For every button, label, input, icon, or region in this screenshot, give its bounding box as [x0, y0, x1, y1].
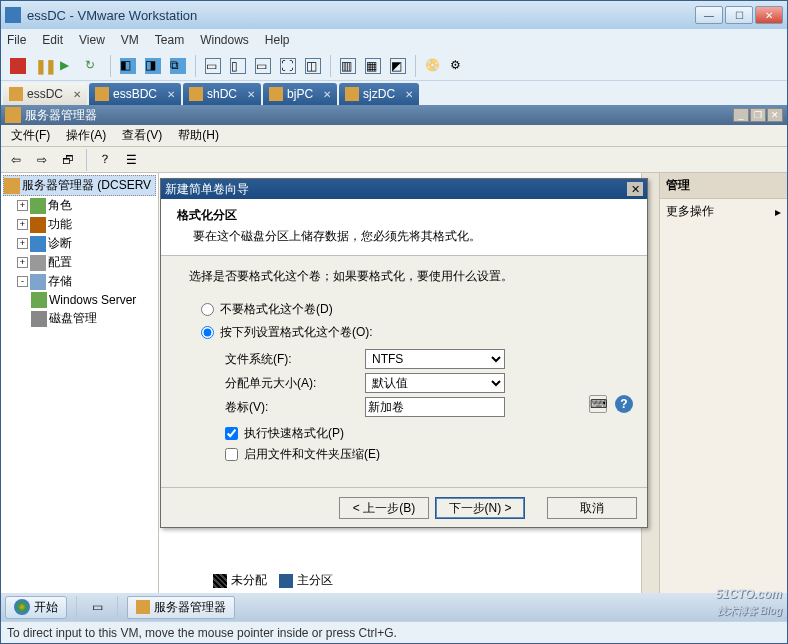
tree-label: Windows Server [49, 293, 136, 307]
keyboard-icon[interactable]: ⌨ [589, 395, 607, 413]
summary-button[interactable]: ▯ [227, 55, 249, 77]
more-actions[interactable]: 更多操作 ▸ [660, 199, 787, 224]
sm-menu-action[interactable]: 操作(A) [60, 125, 112, 146]
back-button[interactable]: < 上一步(B) [339, 497, 429, 519]
vm-tab-bjpc[interactable]: bjPC ✕ [263, 83, 337, 105]
vm-tab-shdc[interactable]: shDC ✕ [183, 83, 261, 105]
show-console-button[interactable]: ▭ [202, 55, 224, 77]
vm-tab-essdc[interactable]: essDC ✕ [3, 83, 87, 105]
menu-team[interactable]: Team [155, 33, 184, 47]
checkbox-label: 执行快速格式化(P) [244, 425, 344, 442]
forward-button[interactable]: ⇨ [31, 149, 53, 171]
expand-icon[interactable]: + [17, 238, 28, 249]
expand-icon[interactable]: + [17, 200, 28, 211]
minimize-button[interactable]: — [695, 6, 723, 24]
next-button[interactable]: 下一步(N) > [435, 497, 525, 519]
thumbnail-button[interactable]: ▦ [362, 55, 384, 77]
wizard-close-button[interactable]: ✕ [627, 182, 643, 196]
storage-icon [30, 274, 46, 290]
sidebar-button[interactable]: ▥ [337, 55, 359, 77]
tree-root-label: 服务器管理器 (DCSERV [22, 177, 151, 194]
back-button[interactable]: ⇦ [5, 149, 27, 171]
tab-close-icon[interactable]: ✕ [323, 89, 331, 100]
radio-no-format[interactable]: 不要格式化这个卷(D) [201, 301, 619, 318]
tree-diskmgmt[interactable]: 磁盘管理 [3, 309, 156, 328]
help-button[interactable]: ？ [94, 149, 116, 171]
tab-close-icon[interactable]: ✕ [405, 89, 413, 100]
collapse-icon[interactable]: - [17, 276, 28, 287]
vm-icon [269, 87, 283, 101]
radio-format-input[interactable] [201, 326, 214, 339]
compression-checkbox[interactable]: 启用文件和文件夹压缩(E) [225, 446, 619, 463]
expand-icon[interactable]: + [17, 219, 28, 230]
show-desktop-button[interactable]: ▭ [86, 596, 108, 618]
start-button[interactable]: 开始 [5, 596, 67, 619]
guest-minimize-button[interactable]: _ [733, 108, 749, 122]
taskbar-app-icon [136, 600, 150, 614]
menu-view[interactable]: View [79, 33, 105, 47]
vm-tab-sjzdc[interactable]: sjzDC ✕ [339, 83, 419, 105]
radio-format[interactable]: 按下列设置格式化这个卷(O): [201, 324, 619, 341]
disk-legend: 未分配 主分区 [213, 572, 333, 589]
vm-tab-essbdc[interactable]: essBDC ✕ [89, 83, 181, 105]
vmware-icon [5, 7, 21, 23]
menu-windows[interactable]: Windows [200, 33, 249, 47]
tree-storage[interactable]: -存储 [3, 272, 156, 291]
tree-diagnostics[interactable]: +诊断 [3, 234, 156, 253]
taskbar-server-manager[interactable]: 服务器管理器 [127, 596, 235, 619]
menu-file[interactable]: File [7, 33, 26, 47]
manage-snapshot-button[interactable]: ⧉ [167, 55, 189, 77]
chevron-right-icon: ▸ [775, 205, 781, 219]
tree-roles[interactable]: +角色 [3, 196, 156, 215]
fullscreen-button[interactable]: ⛶ [277, 55, 299, 77]
volume-label-input[interactable] [365, 397, 505, 417]
menu-vm[interactable]: VM [121, 33, 139, 47]
actions-panel: 管理 更多操作 ▸ [659, 173, 787, 593]
sm-menu-help[interactable]: 帮助(H) [172, 125, 225, 146]
tab-close-icon[interactable]: ✕ [73, 89, 81, 100]
refresh-button[interactable]: 🗗 [57, 149, 79, 171]
tree-root[interactable]: 服务器管理器 (DCSERV [3, 175, 156, 196]
allocation-select[interactable]: 默认值 [365, 373, 505, 393]
quick-format-checkbox[interactable]: 执行快速格式化(P) [225, 425, 619, 442]
revert-button[interactable]: ◨ [142, 55, 164, 77]
menu-help[interactable]: Help [265, 33, 290, 47]
tree-features[interactable]: +功能 [3, 215, 156, 234]
guest-close-button[interactable]: ✕ [767, 108, 783, 122]
help-icon[interactable]: ? [615, 395, 633, 413]
reset-button[interactable]: ↻ [82, 55, 104, 77]
favorites-button[interactable]: ◩ [387, 55, 409, 77]
poweroff-button[interactable] [7, 55, 29, 77]
vm-icon [9, 87, 23, 101]
tree-config[interactable]: +配置 [3, 253, 156, 272]
legend-unallocated: 未分配 [213, 572, 267, 589]
snapshot-button[interactable]: ◧ [117, 55, 139, 77]
guest-taskbar: 开始 ▭ 服务器管理器 [1, 593, 787, 621]
actions-header: 管理 [660, 173, 787, 199]
expand-icon[interactable]: + [17, 257, 28, 268]
properties-button[interactable]: ☰ [120, 149, 142, 171]
cancel-button[interactable]: 取消 [547, 497, 637, 519]
compression-input[interactable] [225, 448, 238, 461]
roles-icon [30, 198, 46, 214]
menu-edit[interactable]: Edit [42, 33, 63, 47]
tab-close-icon[interactable]: ✕ [167, 89, 175, 100]
tree-wsb[interactable]: Windows Server [3, 291, 156, 309]
filesystem-select[interactable]: NTFS [365, 349, 505, 369]
suspend-button[interactable]: ❚❚ [32, 55, 54, 77]
capture-button[interactable]: 📀 [422, 55, 444, 77]
network-button[interactable]: ⚙ [447, 55, 469, 77]
close-button[interactable]: ✕ [755, 6, 783, 24]
disk-icon [31, 311, 47, 327]
quick-format-input[interactable] [225, 427, 238, 440]
tab-close-icon[interactable]: ✕ [247, 89, 255, 100]
maximize-button[interactable]: ☐ [725, 6, 753, 24]
new-volume-wizard: 新建简单卷向导 ✕ 格式化分区 要在这个磁盘分区上储存数据，您必须先将其格式化。… [160, 178, 648, 528]
guest-restore-button[interactable]: ❐ [750, 108, 766, 122]
unity-button[interactable]: ◫ [302, 55, 324, 77]
console-button[interactable]: ▭ [252, 55, 274, 77]
sm-menu-file[interactable]: 文件(F) [5, 125, 56, 146]
radio-no-format-input[interactable] [201, 303, 214, 316]
sm-menu-view[interactable]: 查看(V) [116, 125, 168, 146]
poweron-button[interactable]: ▶ [57, 55, 79, 77]
